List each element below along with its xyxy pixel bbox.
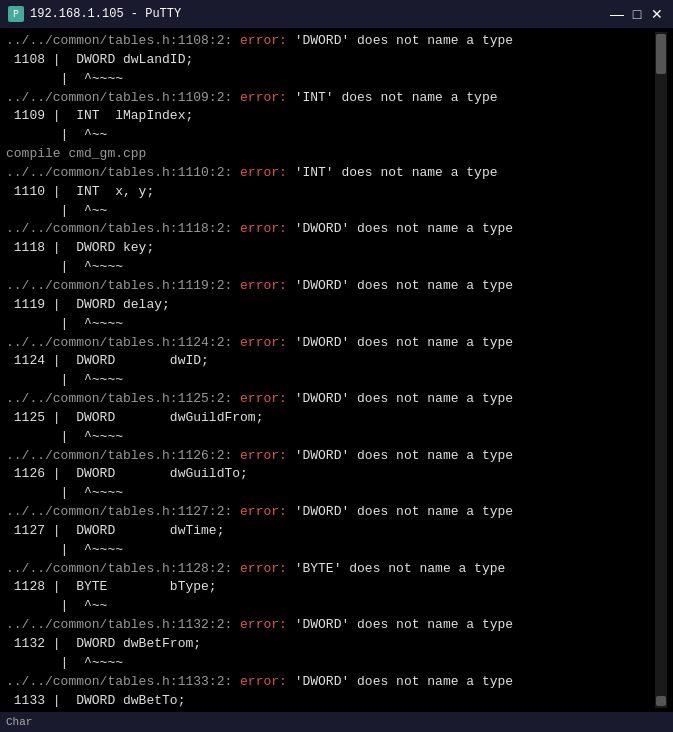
terminal-line: ../../common/tables.h:1118:2: error: 'DW… xyxy=(6,220,655,239)
terminal-content: ../../common/tables.h:1108:2: error: 'DW… xyxy=(6,32,655,708)
terminal-line: ../../common/tables.h:1119:2: error: 'DW… xyxy=(6,277,655,296)
status-text: Char xyxy=(6,716,32,728)
terminal-line: 1127 | DWORD dwTime; xyxy=(6,522,655,541)
terminal-line: | ^~~ xyxy=(6,126,655,145)
terminal-line: | ^~~ xyxy=(6,202,655,221)
minimize-button[interactable]: — xyxy=(609,6,625,22)
title-bar: P 192.168.1.105 - PuTTY — □ ✕ xyxy=(0,0,673,28)
close-button[interactable]: ✕ xyxy=(649,6,665,22)
terminal-line: ../../common/tables.h:1132:2: error: 'DW… xyxy=(6,616,655,635)
terminal-line: 1108 | DWORD dwLandID; xyxy=(6,51,655,70)
maximize-button[interactable]: □ xyxy=(629,6,645,22)
terminal-line: ../../common/tables.h:1128:2: error: 'BY… xyxy=(6,560,655,579)
terminal-line: | ^~~~~ xyxy=(6,654,655,673)
terminal-line: ../../common/tables.h:1133:2: error: 'DW… xyxy=(6,673,655,692)
terminal-line: 1132 | DWORD dwBetFrom; xyxy=(6,635,655,654)
terminal-line: 1118 | DWORD key; xyxy=(6,239,655,258)
title-bar-left: P 192.168.1.105 - PuTTY xyxy=(8,6,181,22)
putty-window: P 192.168.1.105 - PuTTY — □ ✕ ../../comm… xyxy=(0,0,673,732)
terminal-line: ../../common/tables.h:1127:2: error: 'DW… xyxy=(6,503,655,522)
putty-icon: P xyxy=(8,6,24,22)
terminal-line: 1124 | DWORD dwID; xyxy=(6,352,655,371)
terminal-line: 1119 | DWORD delay; xyxy=(6,296,655,315)
terminal-line: ../../common/tables.h:1124:2: error: 'DW… xyxy=(6,334,655,353)
terminal-line: ../../common/tables.h:1109:2: error: 'IN… xyxy=(6,89,655,108)
terminal-line: | ^~~ xyxy=(6,597,655,616)
terminal-line: | ^~~~~ xyxy=(6,258,655,277)
terminal-line: 1133 | DWORD dwBetTo; xyxy=(6,692,655,708)
terminal-line: 1109 | INT lMapIndex; xyxy=(6,107,655,126)
terminal-line: ../../common/tables.h:1110:2: error: 'IN… xyxy=(6,164,655,183)
terminal-line: 1128 | BYTE bType; xyxy=(6,578,655,597)
terminal-line: | ^~~~~ xyxy=(6,484,655,503)
scrollbar[interactable] xyxy=(655,32,667,708)
terminal-line: 1125 | DWORD dwGuildFrom; xyxy=(6,409,655,428)
terminal-body: ../../common/tables.h:1108:2: error: 'DW… xyxy=(0,28,673,712)
terminal-line: ../../common/tables.h:1108:2: error: 'DW… xyxy=(6,32,655,51)
terminal-line: | ^~~~~ xyxy=(6,70,655,89)
window-title: 192.168.1.105 - PuTTY xyxy=(30,7,181,21)
scrollbar-bottom[interactable] xyxy=(656,696,666,706)
terminal-line: | ^~~~~ xyxy=(6,428,655,447)
terminal-line: 1126 | DWORD dwGuildTo; xyxy=(6,465,655,484)
terminal-line: | ^~~~~ xyxy=(6,315,655,334)
terminal-line: 1110 | INT x, y; xyxy=(6,183,655,202)
terminal-line: | ^~~~~ xyxy=(6,541,655,560)
status-bar: Char xyxy=(0,712,673,732)
scrollbar-thumb[interactable] xyxy=(656,34,666,74)
terminal-line: compile cmd_gm.cpp xyxy=(6,145,655,164)
window-controls: — □ ✕ xyxy=(609,6,665,22)
terminal-line: | ^~~~~ xyxy=(6,371,655,390)
terminal-line: ../../common/tables.h:1126:2: error: 'DW… xyxy=(6,447,655,466)
terminal-line: ../../common/tables.h:1125:2: error: 'DW… xyxy=(6,390,655,409)
